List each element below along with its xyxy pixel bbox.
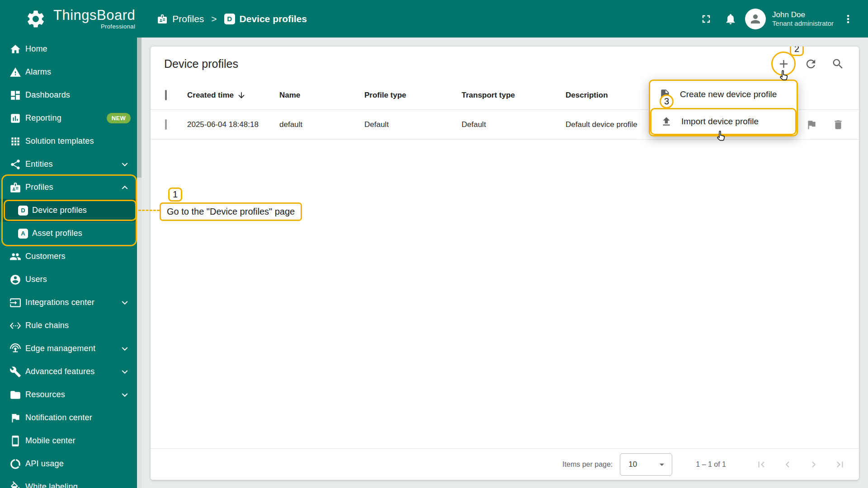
account-circle-icon (9, 274, 21, 286)
sidebar-item-api-usage[interactable]: API usage (0, 452, 142, 475)
new-badge: NEW (107, 113, 131, 123)
sidebar-item-device-profiles[interactable]: D Device profiles (0, 199, 142, 222)
refresh-button[interactable] (801, 54, 821, 74)
app-logo[interactable]: ThingsBoard Professional (0, 8, 135, 29)
sidebar-item-edge-management[interactable]: Edge management (0, 337, 142, 360)
sidebar-item-customers[interactable]: Customers (0, 245, 142, 268)
bell-icon (724, 13, 737, 25)
page-size-value: 10 (628, 460, 637, 469)
annotation-connector-line (138, 210, 160, 211)
apps-grid-icon (9, 136, 21, 147)
header-overflow-menu-button[interactable] (838, 9, 858, 29)
home-icon (9, 43, 21, 55)
chevron-down-icon (119, 366, 131, 378)
sidebar-item-white-labeling[interactable]: White labeling (0, 475, 142, 488)
set-default-flag-button[interactable] (806, 119, 817, 131)
sidebar-item-alarms[interactable]: Alarms (0, 61, 142, 84)
sidebar-item-resources[interactable]: Resources (0, 383, 142, 406)
cursor-pointer-icon (714, 130, 728, 143)
warning-icon (9, 66, 21, 78)
step-1-badge: 1 (168, 188, 182, 202)
column-header-transport-type[interactable]: Transport type (462, 91, 566, 100)
sidebar-item-notification-center[interactable]: Notification center (0, 406, 142, 429)
cell-profile-type: Default (364, 120, 462, 129)
breadcrumb-profiles-link[interactable]: Profiles (157, 14, 204, 24)
delete-button[interactable] (832, 119, 844, 131)
breadcrumb-current-label: Device profiles (240, 14, 307, 24)
notifications-button[interactable] (721, 9, 741, 29)
cell-name: default (279, 120, 364, 129)
share-nodes-icon (9, 159, 21, 170)
flag-icon (9, 412, 21, 424)
search-button[interactable] (828, 54, 848, 74)
profiles-badge-icon (9, 182, 21, 193)
column-header-profile-type[interactable]: Profile type (364, 91, 462, 100)
chart-icon (9, 113, 21, 124)
sidebar-item-entities[interactable]: Entities (0, 153, 142, 176)
sidebar: Home Alarms Dashboards Reporting NEW Sol… (0, 38, 142, 488)
user-avatar[interactable] (745, 9, 766, 29)
paginator: Items per page: 10 1 – 1 of 1 (151, 448, 859, 480)
sidebar-item-reporting[interactable]: Reporting NEW (0, 107, 142, 130)
breadcrumb-separator: > (211, 14, 217, 24)
sidebar-item-solution-templates[interactable]: Solution templates (0, 130, 142, 153)
column-header-name[interactable]: Name (279, 91, 364, 100)
sidebar-item-users[interactable]: Users (0, 268, 142, 291)
chevron-down-icon (119, 297, 131, 309)
first-page-button[interactable] (751, 455, 771, 474)
wrench-icon (9, 366, 21, 378)
sidebar-item-profiles[interactable]: Profiles (0, 176, 142, 199)
paginator-range-label: 1 – 1 of 1 (696, 460, 726, 469)
user-role: Tenant administrator (772, 19, 834, 28)
cursor-pointer-icon (777, 69, 791, 83)
next-page-button[interactable] (804, 455, 824, 474)
sidebar-item-advanced-features[interactable]: Advanced features (0, 360, 142, 383)
user-name: John Doe (772, 10, 834, 19)
sidebar-scrollbar-thumb[interactable] (137, 38, 142, 178)
person-icon (749, 12, 762, 26)
people-icon (9, 251, 21, 263)
previous-page-button[interactable] (778, 455, 797, 474)
top-header: ThingsBoard Professional Profiles > D De… (0, 0, 868, 38)
device-profile-letter-icon: D (18, 206, 28, 216)
page-size-select[interactable]: 10 (620, 453, 672, 476)
row-checkbox[interactable] (165, 119, 167, 130)
chevron-down-icon (119, 389, 131, 401)
breadcrumb-parent-label: Profiles (172, 14, 204, 24)
fullscreen-button[interactable] (696, 9, 716, 29)
asset-profile-letter-icon: A (18, 229, 28, 239)
upload-icon (660, 116, 672, 127)
thingsboard-gear-icon (25, 9, 46, 29)
paint-fill-icon (9, 481, 21, 488)
search-icon (831, 57, 844, 70)
folder-icon (9, 389, 21, 401)
page-title: Device profiles (164, 57, 238, 70)
fullscreen-icon (700, 13, 712, 25)
refresh-icon (804, 57, 817, 70)
breadcrumb-current: D Device profiles (224, 14, 307, 24)
last-page-button[interactable] (830, 455, 850, 474)
chevron-up-icon (119, 182, 131, 193)
dropdown-caret-icon (656, 459, 667, 470)
step-2-badge: 2 (790, 47, 804, 56)
step-1-label: Go to the "Device profiles" page (160, 202, 302, 221)
column-header-created-time[interactable]: Created time (187, 91, 279, 100)
sidebar-item-home[interactable]: Home (0, 38, 142, 61)
sidebar-item-mobile-center[interactable]: Mobile center (0, 429, 142, 452)
select-all-checkbox[interactable] (165, 90, 167, 100)
brand-subtitle: Professional (101, 23, 135, 29)
step-3-badge: 3 (660, 94, 674, 108)
chevron-down-icon (119, 343, 131, 355)
antenna-icon (9, 343, 21, 355)
sidebar-item-integrations-center[interactable]: Integrations center (0, 291, 142, 314)
breadcrumb: Profiles > D Device profiles (157, 14, 307, 24)
dashboards-icon (9, 89, 21, 101)
input-icon (9, 297, 21, 309)
sidebar-item-dashboards[interactable]: Dashboards (0, 84, 142, 107)
profiles-badge-icon (157, 14, 168, 24)
sort-desc-arrow-icon (237, 91, 246, 100)
smartphone-icon (9, 435, 21, 447)
sidebar-item-asset-profiles[interactable]: A Asset profiles (0, 222, 142, 245)
data-usage-icon (9, 458, 21, 470)
sidebar-item-rule-chains[interactable]: Rule chains (0, 314, 142, 337)
